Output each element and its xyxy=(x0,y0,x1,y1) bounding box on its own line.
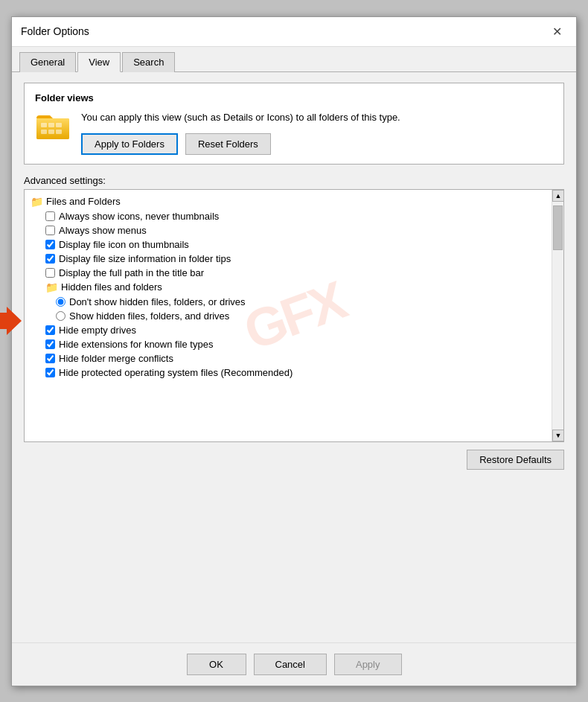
folder-views-buttons: Apply to Folders Reset Folders xyxy=(81,133,553,155)
tree-wrapper: GFX 📁 Files and Folders Always show icon… xyxy=(24,189,564,442)
tab-search[interactable]: Search xyxy=(122,52,175,72)
dont-show-hidden-label[interactable]: Don't show hidden files, folders, or dri… xyxy=(69,296,246,307)
tree-content[interactable]: 📁 Files and Folders Always show icons, n… xyxy=(25,190,552,441)
close-button[interactable]: ✕ xyxy=(546,21,567,42)
hide-empty-drives-checkbox[interactable] xyxy=(45,325,55,335)
list-item[interactable]: Hide folder merge conflicts xyxy=(25,351,552,366)
hide-folder-merge-checkbox[interactable] xyxy=(45,354,55,363)
tree-group-hidden: 📁 Hidden files and folders xyxy=(25,280,552,295)
scroll-track[interactable] xyxy=(552,202,563,430)
restore-defaults-button[interactable]: Restore Defaults xyxy=(467,450,564,470)
list-item[interactable]: Always show icons, never thumbnails xyxy=(25,209,552,223)
reset-folders-button[interactable]: Reset Folders xyxy=(185,133,271,155)
tab-content: Folder views xyxy=(12,72,576,642)
cancel-button[interactable]: Cancel xyxy=(254,654,327,675)
ok-button[interactable]: OK xyxy=(187,654,246,675)
advanced-settings-tree[interactable]: GFX 📁 Files and Folders Always show icon… xyxy=(24,189,564,442)
list-item[interactable]: Don't show hidden files, folders, or dri… xyxy=(25,295,552,309)
hide-folder-merge-label[interactable]: Hide folder merge conflicts xyxy=(59,353,173,364)
advanced-settings-label: Advanced settings: xyxy=(24,175,564,186)
tab-general[interactable]: General xyxy=(19,52,76,72)
hide-extensions-checkbox[interactable] xyxy=(45,339,55,349)
svg-rect-5 xyxy=(41,130,47,134)
tab-bar: General View Search xyxy=(12,47,576,72)
always-show-icons-label[interactable]: Always show icons, never thumbnails xyxy=(59,211,219,222)
tab-view[interactable]: View xyxy=(77,52,121,72)
always-show-menus-label[interactable]: Always show menus xyxy=(59,225,147,236)
list-item[interactable]: Display the full path in the title bar xyxy=(25,266,552,280)
folder-small-icon: 📁 xyxy=(31,196,43,208)
annotation-arrow xyxy=(0,307,22,335)
hide-protected-os-label[interactable]: Hide protected operating system files (R… xyxy=(59,367,293,378)
display-full-path-label[interactable]: Display the full path in the title bar xyxy=(59,267,204,278)
hide-extensions-label[interactable]: Hide extensions for known file types xyxy=(59,339,213,350)
always-show-menus-checkbox[interactable] xyxy=(45,226,55,235)
folder-hidden-icon: 📁 xyxy=(45,281,58,293)
list-item[interactable]: Hide protected operating system files (R… xyxy=(25,366,552,380)
list-item[interactable]: Hide empty drives xyxy=(25,323,552,337)
always-show-icons-checkbox[interactable] xyxy=(45,211,55,221)
apply-button[interactable]: Apply xyxy=(334,654,402,675)
apply-to-folders-button[interactable]: Apply to Folders xyxy=(81,133,178,155)
svg-rect-3 xyxy=(48,123,54,127)
show-hidden-label[interactable]: Show hidden files, folders, and drives xyxy=(69,310,229,322)
scroll-up-arrow[interactable]: ▲ xyxy=(552,190,564,202)
scrollbar[interactable]: ▲ ▼ xyxy=(552,190,563,441)
scroll-down-arrow[interactable]: ▼ xyxy=(552,430,564,441)
svg-rect-6 xyxy=(48,130,54,134)
folder-options-dialog: Folder Options ✕ General View Search Fol… xyxy=(11,16,577,686)
display-full-path-checkbox[interactable] xyxy=(45,268,55,278)
list-item[interactable]: Hide extensions for known file types xyxy=(25,337,552,351)
hide-protected-os-checkbox[interactable] xyxy=(45,368,55,377)
folder-views-description: You can apply this view (such as Details… xyxy=(81,111,553,124)
display-file-icon-checkbox[interactable] xyxy=(45,240,55,249)
svg-rect-1 xyxy=(36,118,69,139)
restore-defaults-row: Restore Defaults xyxy=(24,450,564,470)
list-item[interactable]: Display file size information in folder … xyxy=(25,252,552,266)
title-bar: Folder Options ✕ xyxy=(12,17,576,47)
display-file-size-label[interactable]: Display file size information in folder … xyxy=(59,253,231,264)
folder-icon xyxy=(35,111,71,147)
list-item[interactable]: Display file icon on thumbnails xyxy=(25,237,552,252)
folder-views-section: Folder views xyxy=(24,83,564,165)
list-item[interactable]: Always show menus xyxy=(25,223,552,237)
show-hidden-radio[interactable] xyxy=(56,311,65,321)
svg-rect-4 xyxy=(56,123,62,127)
hide-empty-drives-label[interactable]: Hide empty drives xyxy=(59,325,136,336)
folder-views-title: Folder views xyxy=(35,92,553,103)
tree-group-files-folders: 📁 Files and Folders xyxy=(25,194,552,209)
dialog-title: Folder Options xyxy=(21,25,89,37)
svg-rect-7 xyxy=(56,130,62,134)
folder-views-inner: You can apply this view (such as Details… xyxy=(35,111,553,155)
dont-show-hidden-radio[interactable] xyxy=(56,297,65,307)
display-file-size-checkbox[interactable] xyxy=(45,254,55,264)
display-file-icon-label[interactable]: Display file icon on thumbnails xyxy=(59,239,189,250)
scroll-thumb[interactable] xyxy=(553,205,563,250)
svg-rect-2 xyxy=(41,123,47,127)
bottom-buttons: OK Cancel Apply xyxy=(12,642,576,686)
list-item[interactable]: Show hidden files, folders, and drives xyxy=(25,309,552,323)
advanced-settings-section: Advanced settings: GFX 📁 xyxy=(24,175,564,470)
svg-marker-8 xyxy=(0,307,22,335)
folder-views-right: You can apply this view (such as Details… xyxy=(81,111,553,155)
